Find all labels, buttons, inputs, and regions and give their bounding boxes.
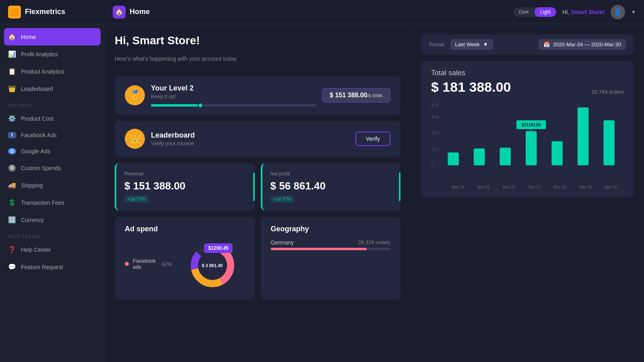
donut-chart: $1200.45 $ 3 861.40 <box>180 239 245 292</box>
custom-spends-icon: 🔘 <box>8 164 16 172</box>
ad-spend-card: Ad spend Facebook ads 42% $1200.45 <box>115 217 255 300</box>
donut-tooltip: $1200.45 <box>204 243 232 253</box>
revenue-card: Revenue $ 151 388.00 +18.77% <box>115 163 255 211</box>
sidebar-item-feature-request[interactable]: 💬 Feature Request <box>0 258 105 276</box>
germany-name: Germany <box>271 239 358 246</box>
chart-label-mar25: Mar 25 <box>471 185 496 189</box>
sidebar-item-product-cost[interactable]: ⚙️ Product Cost <box>0 110 105 127</box>
total-sales-value: $ 181 388.00 <box>431 79 511 95</box>
svg-text:10 K: 10 K <box>431 147 439 152</box>
sidebar-item-google-label: Google Ads <box>21 148 50 154</box>
logo: 🟧 Flexmetrics <box>8 6 113 19</box>
period-chevron-icon: ▼ <box>483 41 488 47</box>
crown-icon: 👑 <box>8 85 16 93</box>
logo-text: Flexmetrics <box>25 8 65 16</box>
sidebar-item-transaction-fees[interactable]: 💲 Transaction Fees <box>0 194 105 211</box>
chart-label-mar26: Mar 26 <box>496 185 522 189</box>
progress-track <box>151 104 316 107</box>
facebook-ads-label: Facebook ads <box>133 258 157 270</box>
ad-spend-row-facebook: Facebook ads 42% <box>125 258 172 270</box>
period-label: Period <box>429 41 444 47</box>
google-icon: G <box>8 148 16 154</box>
chart-label-mar29: Mar 29 <box>573 185 598 189</box>
net-profit-card: Net profit $ 56 861.40 +18.77% <box>261 163 401 211</box>
svg-text:0: 0 <box>431 163 433 168</box>
sidebar-item-home-label: Home <box>21 34 36 40</box>
sidebar-item-help-label: Help Center <box>21 247 51 253</box>
facebook-ads-pct: 42% <box>161 261 172 267</box>
date-range-value: 2020-Mar-24 — 2020-Mar-30 <box>553 41 621 47</box>
sidebar-item-profit-analytics[interactable]: 📊 Profit Analytics <box>0 45 105 63</box>
header-right: Dark Light Hi, Smart Store! 👤 ▼ <box>513 5 636 19</box>
greeting-subtitle: Here's what's happening with your accoun… <box>115 56 400 62</box>
theme-dark-button[interactable]: Dark <box>513 7 535 17</box>
sidebar-item-currency[interactable]: 🔢 Currency <box>0 211 105 228</box>
help-section-label: HELP CENTER <box>0 228 105 241</box>
bar-mar25 <box>474 148 485 165</box>
chart-icon: 📊 <box>8 50 16 58</box>
chart-label-mar28: Mar 28 <box>547 185 573 189</box>
sidebar-item-leaderboard[interactable]: 👑 Leaderboard <box>0 80 105 97</box>
sidebar-item-custom-spends[interactable]: 🔘 Custom Spends <box>0 159 105 177</box>
bar-mar27 <box>526 131 537 165</box>
leaderboard-info: Leaderboard Verify your income <box>151 131 349 146</box>
revenue-value: $ 151 388.00 <box>124 180 247 192</box>
sidebar-item-profit-label: Profit Analytics <box>21 51 58 58</box>
level-target: /$ 500K <box>367 93 383 98</box>
user-name: Smart Store! <box>571 9 605 15</box>
left-content: Hi, Smart Store! Here's what's happening… <box>105 24 411 362</box>
theme-toggle[interactable]: Dark Light <box>513 7 556 17</box>
total-sales-card: Total sales $ 181 388.00 53 764 orders 0… <box>421 61 634 197</box>
germany-orders: 28 324 orders <box>358 239 390 246</box>
bar-mar29 <box>578 107 589 165</box>
facebook-icon: f <box>8 132 16 138</box>
total-sales-title: Total sales <box>431 69 624 77</box>
sidebar-item-home[interactable]: 🏠 Home <box>4 28 101 45</box>
theme-light-button[interactable]: Light <box>535 7 556 17</box>
help-icon: ❓ <box>8 246 16 253</box>
avatar[interactable]: 👤 <box>611 5 625 19</box>
leaderboard-card-title: Leaderboard <box>151 131 349 140</box>
net-profit-value: $ 56 861.40 <box>270 180 393 192</box>
bottom-section: Ad spend Facebook ads 42% $1200.45 <box>115 217 400 300</box>
net-profit-badge: +18.77% <box>270 195 295 203</box>
greeting-title: Hi, Smart Store! <box>115 34 400 47</box>
shipping-icon: 🚚 <box>8 181 16 189</box>
sidebar-item-shipping-label: Shipping <box>21 182 43 189</box>
logo-icon: 🟧 <box>8 6 21 19</box>
sidebar-item-product-analytics[interactable]: 📋 Product Analytics <box>0 63 105 80</box>
sidebar-item-facebook-ads[interactable]: f Facebook Ads <box>0 127 105 143</box>
svg-text:30 K: 30 K <box>431 115 439 119</box>
sidebar-item-google-ads[interactable]: G Google Ads <box>0 143 105 159</box>
progress-dot <box>198 103 203 108</box>
period-select[interactable]: Last Week ▼ <box>450 39 493 50</box>
level-icon: 🏅 <box>125 85 145 105</box>
level-amount-box: $ 151 388.00/$ 500K <box>322 88 390 103</box>
progress-fill <box>151 104 200 107</box>
sidebar-item-shipping[interactable]: 🚚 Shipping <box>0 177 105 194</box>
home-icon: 🏠 <box>8 33 16 41</box>
sidebar: 🏠 Home 📊 Profit Analytics 📋 Product Anal… <box>0 24 105 362</box>
germany-bar-fill <box>271 248 367 250</box>
sidebar-item-facebook-label: Facebook Ads <box>21 132 57 138</box>
geography-card: Geography Germany 28 324 orders <box>261 217 401 300</box>
svg-text:40 K: 40 K <box>431 103 439 107</box>
top-header: 🟧 Flexmetrics 🏠 Home Dark Light Hi, Smar… <box>0 0 644 24</box>
bar-mar28 <box>551 141 563 165</box>
period-row: Period Last Week ▼ 📅 2020-Mar-24 — 2020-… <box>421 34 634 55</box>
leaderboard-card-subtitle: Verify your income <box>151 140 349 146</box>
level-info: Your Level 2 Keep it up! <box>151 84 316 107</box>
verify-button[interactable]: Verify <box>355 132 390 146</box>
chart-label-mar30: Mar 30 <box>599 185 624 189</box>
header-center: 🏠 Home <box>113 6 513 19</box>
right-content: Period Last Week ▼ 📅 2020-Mar-24 — 2020-… <box>411 24 644 362</box>
sidebar-item-help-center[interactable]: ❓ Help Center <box>0 241 105 258</box>
date-range-box[interactable]: 📅 2020-Mar-24 — 2020-Mar-30 <box>539 39 626 50</box>
home-page-icon: 🏠 <box>113 6 126 19</box>
stats-row: Revenue $ 151 388.00 +18.77% Net profit … <box>115 163 400 211</box>
chevron-down-icon[interactable]: ▼ <box>631 9 636 15</box>
sidebar-item-currency-label: Currency <box>21 217 44 223</box>
leaderboard-crown-icon: 👑 <box>125 129 145 149</box>
svg-text:20 K: 20 K <box>431 131 439 136</box>
chart-labels: Mar 24 Mar 25 Mar 26 Mar 27 Mar 28 Mar 2… <box>431 185 624 189</box>
